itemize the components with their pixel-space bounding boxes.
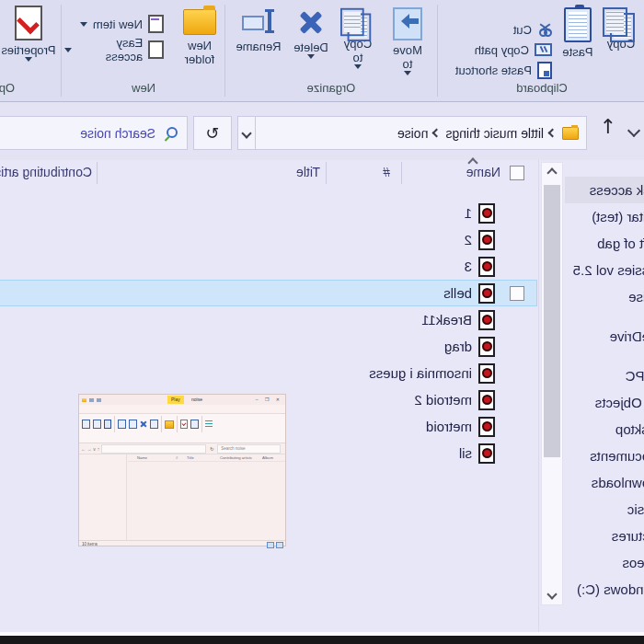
search-box[interactable] — [0, 116, 188, 150]
new-folder-label: New folder — [181, 39, 218, 66]
ribbon-group-organize: Move to Copy to Delete Rename Organize — [228, 0, 434, 101]
file-row[interactable]: drag — [0, 333, 537, 360]
file-row[interactable]: 1 — [0, 200, 537, 226]
sidebar-item[interactable]: 3D Objects — [565, 389, 644, 416]
inset-move-to-icon — [118, 420, 126, 429]
sidebar-item-label: Desktop — [615, 421, 644, 437]
sidebar-item[interactable]: Quick access — [565, 177, 644, 203]
easy-access-dropdown-icon — [64, 48, 72, 52]
sidebar-item[interactable]: gift of gab — [565, 230, 644, 257]
scroll-up-button[interactable] — [542, 163, 562, 183]
sidebar-item-label: guitar (test) — [592, 209, 644, 224]
sidebar-item-label: 3D Objects — [595, 395, 644, 410]
column-separator[interactable] — [326, 162, 327, 184]
sidebar-item[interactable]: bassies vol 2.5 — [565, 257, 644, 283]
sidebar-item[interactable]: Documents — [565, 443, 644, 469]
ribbon-group-clipboard: Copy Paste Cut Copy path Paste shortcut … — [440, 0, 644, 101]
new-item-button[interactable]: New item — [80, 15, 164, 33]
row-checkbox[interactable] — [510, 286, 524, 301]
new-group-label: New — [64, 81, 223, 95]
properties-button[interactable]: Properties — [2, 6, 55, 62]
inset-paste-icon — [104, 420, 111, 429]
paste-shortcut-button[interactable]: Paste shortcut — [455, 61, 552, 79]
select-all-checkbox[interactable] — [510, 166, 524, 180]
sidebar-item[interactable]: Videos — [565, 549, 644, 576]
easy-access-button[interactable]: Easy access — [64, 40, 164, 59]
column-separator[interactable] — [97, 162, 98, 184]
address-dropdown-button[interactable] — [238, 117, 256, 149]
search-icon — [165, 127, 178, 140]
address-bar[interactable]: little music things noise — [237, 116, 587, 150]
inset-copy-icon — [93, 420, 101, 429]
refresh-button[interactable]: ↻ — [193, 116, 232, 150]
sidebar-item[interactable]: This PC — [565, 362, 644, 389]
file-name: Break11 — [421, 312, 472, 328]
breadcrumb-parent[interactable]: little music things — [440, 126, 549, 141]
sidebar-item[interactable]: Windows (C:) — [565, 576, 644, 603]
file-name: bells — [443, 285, 472, 301]
sidebar-item-label: Pictures — [612, 528, 644, 544]
file-name: metroid — [426, 419, 472, 434]
column-header-number[interactable]: # — [383, 165, 390, 179]
column-separator[interactable] — [401, 162, 402, 184]
column-header-title[interactable]: Title — [296, 165, 320, 179]
file-row[interactable]: bells — [0, 280, 537, 306]
audio-file-icon — [478, 390, 495, 410]
file-name: 2 — [465, 232, 472, 247]
copy-button[interactable]: Copy — [600, 7, 642, 51]
inset-address-row: ← → ∨ ↑ ↻ Search noise — [79, 443, 285, 454]
breadcrumb-current[interactable]: noise — [392, 126, 433, 141]
scrollbar-thumb[interactable] — [544, 185, 560, 457]
navigation-pane: Quick accessguitar (test)gift of gabbass… — [565, 160, 644, 633]
file-row[interactable]: 3 — [0, 253, 537, 280]
sidebar-item[interactable]: Downloads — [565, 469, 644, 496]
new-folder-button[interactable]: New folder — [178, 9, 221, 66]
copy-to-icon — [345, 8, 372, 36]
inset-search-box: Search noise — [217, 444, 281, 454]
paste-button[interactable]: Paste — [558, 7, 598, 59]
move-to-dropdown-icon — [404, 71, 411, 75]
recent-locations-chevron-icon[interactable] — [627, 124, 640, 137]
group-separator — [437, 5, 438, 97]
copy-to-button[interactable]: Copy to — [335, 7, 381, 69]
file-row[interactable]: Break11 — [0, 306, 537, 333]
sidebar-item[interactable]: OneDrive — [565, 323, 644, 350]
audio-file-icon — [478, 310, 495, 330]
sidebar-item-label: bassies vol 2.5 — [573, 262, 644, 278]
cut-button[interactable]: Cut — [513, 20, 552, 39]
sidebar-item-label: gift of gab — [597, 236, 644, 251]
rename-label: Rename — [236, 40, 281, 53]
inset-screenshot: Play noise – ❐ ✕ ← → ∨ ↑ ↻ Searc — [78, 394, 286, 546]
inset-navigation-pane — [79, 454, 127, 540]
move-to-label: Move to — [389, 43, 426, 71]
inset-col-title: Title — [187, 455, 194, 460]
delete-button[interactable]: Delete — [289, 7, 333, 59]
inset-nav-arrows: ← → ∨ ↑ — [81, 446, 99, 452]
file-row[interactable]: 2 — [0, 226, 537, 253]
rename-button[interactable]: Rename — [230, 7, 287, 53]
paste-shortcut-label: Paste shortcut — [455, 63, 532, 77]
nav-scrollbar[interactable] — [541, 162, 563, 605]
sidebar-item[interactable]: Pictures — [565, 523, 644, 549]
group-separator — [224, 5, 225, 97]
scroll-down-button[interactable] — [542, 584, 562, 604]
up-arrow-button[interactable]: ↑ — [600, 115, 616, 138]
copy-path-button[interactable]: Copy path — [475, 40, 552, 59]
column-header-contributing-artists[interactable]: Contributing artists — [0, 165, 92, 179]
sidebar-item[interactable]: guitar (test) — [565, 203, 644, 230]
inset-ribbon-tabs — [79, 405, 285, 414]
search-input[interactable] — [16, 125, 157, 142]
inset-separator — [201, 416, 202, 432]
inset-copy-to-icon — [129, 420, 137, 429]
inset-rename-icon — [150, 420, 158, 429]
sidebar-item[interactable]: Desktop — [565, 416, 644, 443]
sidebar-item[interactable]: noise — [565, 283, 644, 310]
inset-separator — [114, 416, 115, 432]
file-row[interactable]: insomnia i guess — [0, 360, 537, 386]
move-to-button[interactable]: Move to — [385, 7, 431, 75]
delete-dropdown-icon — [307, 54, 315, 59]
sidebar-item[interactable]: Music — [565, 496, 644, 523]
paste-shortcut-icon — [537, 62, 552, 79]
move-to-icon — [393, 7, 422, 40]
sidebar-item-label: Quick access — [590, 182, 644, 198]
